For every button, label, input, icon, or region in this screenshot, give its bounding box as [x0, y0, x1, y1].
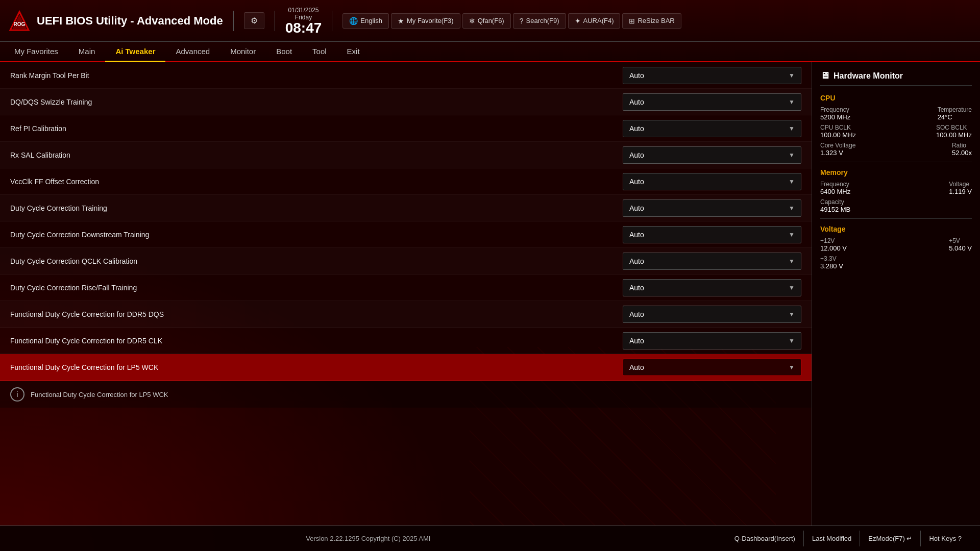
setting-row-func-ddr5-dqs[interactable]: Functional Duty Cycle Correction for DDR…: [0, 301, 812, 328]
setting-row-duty-cycle-rise-fall[interactable]: Duty Cycle Correction Rise/Fall Training…: [0, 274, 812, 301]
setting-row-rank-margin[interactable]: Rank Margin Tool Per Bit Auto ▼: [0, 62, 812, 89]
setting-row-duty-cycle-downstream[interactable]: Duty Cycle Correction Downstream Trainin…: [0, 221, 812, 248]
settings-list: Rank Margin Tool Per Bit Auto ▼ DQ/DQS S…: [0, 62, 812, 381]
memory-frequency-value: 6400 MHz: [820, 188, 850, 195]
toolbar-aura[interactable]: ✦ AURA(F4): [568, 13, 621, 29]
nav-exit[interactable]: Exit: [337, 42, 370, 62]
setting-row-rx-sal[interactable]: Rx SAL Calibration Auto ▼: [0, 142, 812, 168]
memory-section-header: Memory: [820, 168, 972, 177]
main-layout: Rank Margin Tool Per Bit Auto ▼ DQ/DQS S…: [0, 62, 980, 525]
setting-dropdown-duty-cycle-qclk[interactable]: Auto ▼: [623, 253, 801, 270]
nav-tool[interactable]: Tool: [302, 42, 337, 62]
toolbar-search-label: Search(F9): [526, 17, 559, 24]
nav-boot[interactable]: Boot: [266, 42, 302, 62]
memory-divider: [820, 218, 972, 219]
voltage-5v-label: +5V: [949, 237, 972, 244]
toolbar-qfan-label: Qfan(F6): [478, 17, 504, 24]
setting-row-dq-dqs[interactable]: DQ/DQS Swizzle Training Auto ▼: [0, 89, 812, 115]
setting-dropdown-func-lp5-wck[interactable]: Auto ▼: [623, 359, 801, 376]
memory-frequency-row: Frequency 6400 MHz Voltage 1.119 V: [820, 181, 972, 195]
setting-dropdown-duty-cycle-rise-fall[interactable]: Auto ▼: [623, 279, 801, 296]
asus-logo: ROG: [8, 10, 31, 32]
setting-label-rank-margin: Rank Margin Tool Per Bit: [10, 71, 623, 80]
description-text: Functional Duty Cycle Correction for LP5…: [31, 391, 168, 398]
voltage-12v-row: +12V 12.000 V +5V 5.040 V: [820, 237, 972, 252]
voltage-33v-row: +3.3V 3.280 V: [820, 255, 972, 270]
dropdown-arrow: ▼: [789, 205, 795, 212]
setting-label-duty-cycle-rise-fall: Duty Cycle Correction Rise/Fall Training: [10, 284, 623, 292]
dropdown-arrow: ▼: [789, 364, 795, 371]
fan-icon: ❄: [469, 17, 475, 25]
voltage-33v-label: +3.3V: [820, 255, 843, 262]
setting-label-func-ddr5-clk: Functional Duty Cycle Correction for DDR…: [10, 337, 623, 345]
setting-label-func-lp5-wck: Functional Duty Cycle Correction for LP5…: [10, 363, 623, 371]
footer-qdashboard[interactable]: Q-Dashboard(Insert): [726, 531, 804, 546]
cpu-temperature-value: 24°C: [938, 113, 972, 121]
setting-row-duty-cycle-qclk[interactable]: Duty Cycle Correction QCLK Calibration A…: [0, 248, 812, 274]
nav-main[interactable]: Main: [68, 42, 106, 62]
dropdown-arrow: ▼: [789, 98, 795, 106]
cpu-frequency-value: 5200 MHz: [820, 113, 850, 121]
toolbar-resizebar[interactable]: ⊞ ReSize BAR: [622, 13, 681, 29]
cpu-bclk-value: 100.00 MHz: [820, 131, 856, 139]
setting-dropdown-dq-dqs[interactable]: Auto ▼: [623, 93, 801, 111]
core-voltage-row: Core Voltage 1.323 V Ratio 52.00x: [820, 142, 972, 157]
dropdown-arrow: ▼: [789, 152, 795, 159]
time-display: 08:47: [285, 21, 322, 35]
app-title: UEFI BIOS Utility - Advanced Mode: [37, 14, 223, 28]
setting-dropdown-func-ddr5-clk[interactable]: Auto ▼: [623, 332, 801, 349]
setting-dropdown-duty-cycle-training[interactable]: Auto ▼: [623, 199, 801, 217]
footer-hotkeys[interactable]: Hot Keys ?: [921, 531, 970, 546]
nav-advanced[interactable]: Advanced: [165, 42, 220, 62]
setting-label-duty-cycle-qclk: Duty Cycle Correction QCLK Calibration: [10, 257, 623, 265]
toolbar-myfavorite[interactable]: ★ My Favorite(F3): [391, 13, 460, 29]
dropdown-arrow: ▼: [789, 311, 795, 318]
header-divider-1: [233, 11, 234, 31]
nav-myfavorites[interactable]: My Favorites: [4, 42, 68, 62]
voltage-section-header: Voltage: [820, 225, 972, 233]
toolbar-english-label: English: [360, 17, 382, 24]
setting-label-duty-cycle-training: Duty Cycle Correction Training: [10, 204, 623, 212]
settings-button[interactable]: ⚙: [244, 12, 264, 29]
setting-label-dq-dqs: DQ/DQS Swizzle Training: [10, 98, 623, 106]
footer-ezmode[interactable]: EzMode(F7) ↵: [860, 531, 921, 546]
footer-lastmodified-label: Last Modified: [812, 535, 851, 542]
setting-label-duty-cycle-downstream: Duty Cycle Correction Downstream Trainin…: [10, 231, 623, 239]
cpu-frequency-row: Frequency 5200 MHz Temperature 24°C: [820, 106, 972, 121]
nav-aitweaker[interactable]: Ai Tweaker: [105, 42, 165, 62]
setting-dropdown-rx-sal[interactable]: Auto ▼: [623, 146, 801, 164]
hardware-monitor-sidebar: 🖥 Hardware Monitor CPU Frequency 5200 MH…: [812, 62, 980, 525]
setting-dropdown-duty-cycle-downstream[interactable]: Auto ▼: [623, 226, 801, 243]
setting-dropdown-rank-margin[interactable]: Auto ▼: [623, 67, 801, 84]
ratio-value: 52.00x: [952, 149, 972, 157]
setting-row-ref-pi[interactable]: Ref PI Calibration Auto ▼: [0, 115, 812, 142]
description-row: i Functional Duty Cycle Correction for L…: [0, 381, 812, 408]
cpu-bclk-row: CPU BCLK 100.00 MHz SOC BCLK 100.00 MHz: [820, 124, 972, 139]
cpu-section-header: CPU: [820, 94, 972, 102]
memory-voltage-label: Voltage: [949, 181, 972, 188]
footer-hotkeys-label: Hot Keys ?: [929, 535, 962, 542]
memory-voltage-value: 1.119 V: [949, 188, 972, 195]
memory-capacity-value: 49152 MB: [820, 206, 850, 213]
toolbar-english[interactable]: 🌐 English: [342, 13, 389, 29]
monitor-icon: 🖥: [820, 70, 829, 81]
cpu-temperature-label: Temperature: [938, 106, 972, 113]
footer-lastmodified[interactable]: Last Modified: [804, 531, 860, 546]
setting-row-func-lp5-wck[interactable]: Functional Duty Cycle Correction for LP5…: [0, 354, 812, 381]
setting-row-vccclk[interactable]: VccClk FF Offset Correction Auto ▼: [0, 168, 812, 195]
footer-qdashboard-label: Q-Dashboard(Insert): [734, 535, 795, 542]
header-divider-3: [332, 11, 332, 31]
nav-monitor[interactable]: Monitor: [220, 42, 266, 62]
setting-dropdown-func-ddr5-dqs[interactable]: Auto ▼: [623, 306, 801, 323]
nav-bar: My Favorites Main Ai Tweaker Advanced Mo…: [0, 42, 980, 62]
setting-dropdown-ref-pi[interactable]: Auto ▼: [623, 120, 801, 137]
hw-monitor-title: 🖥 Hardware Monitor: [820, 70, 972, 86]
setting-row-duty-cycle-training[interactable]: Duty Cycle Correction Training Auto ▼: [0, 195, 812, 221]
resize-icon: ⊞: [629, 17, 635, 25]
setting-dropdown-vccclk[interactable]: Auto ▼: [623, 173, 801, 190]
toolbar-aura-label: AURA(F4): [583, 17, 614, 24]
toolbar-qfan[interactable]: ❄ Qfan(F6): [462, 13, 511, 29]
voltage-5v-value: 5.040 V: [949, 244, 972, 252]
setting-row-func-ddr5-clk[interactable]: Functional Duty Cycle Correction for DDR…: [0, 328, 812, 354]
toolbar-search[interactable]: ? Search(F9): [513, 13, 566, 29]
